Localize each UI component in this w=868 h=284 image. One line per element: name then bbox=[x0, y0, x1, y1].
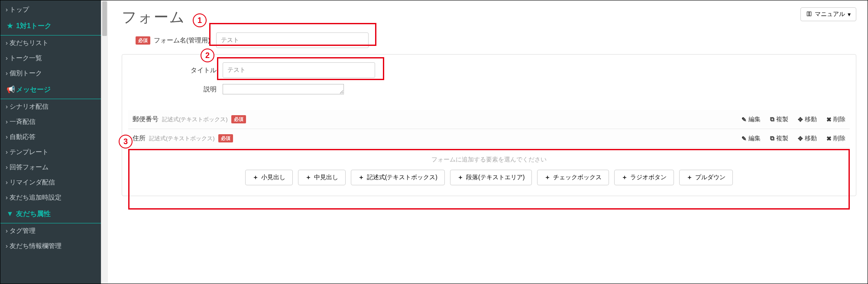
plus-icon: ＋ bbox=[253, 174, 259, 181]
plus-icon: ＋ bbox=[622, 174, 628, 181]
field-title: 住所 bbox=[133, 134, 146, 142]
delete-label: 削除 bbox=[833, 135, 845, 142]
caret-down-icon: ▾ bbox=[848, 11, 851, 18]
description-label: 説明 bbox=[204, 85, 217, 94]
add-btn-label: 中見出し bbox=[314, 174, 338, 181]
sidebar-item-autoreply[interactable]: 自動応答 bbox=[0, 129, 101, 145]
add-btn-label: ラジオボタン bbox=[630, 174, 667, 181]
add-prompt: フォームに追加する要素を選んでください bbox=[133, 156, 845, 164]
copy-icon: ⧉ bbox=[770, 135, 774, 142]
sidebar-group-label: メッセージ bbox=[16, 86, 51, 93]
move-icon: ✥ bbox=[798, 135, 803, 142]
move-button[interactable]: ✥移動 bbox=[798, 135, 817, 142]
move-label: 移動 bbox=[805, 135, 817, 142]
field-subtype: 記述式(テキストボックス) bbox=[149, 135, 215, 142]
scrollbar-thumb[interactable] bbox=[102, 1, 107, 36]
plus-icon: ＋ bbox=[687, 174, 693, 181]
sidebar-item-friendinfo[interactable]: 友だち情報欄管理 bbox=[0, 239, 101, 254]
sidebar-group-message[interactable]: 📢メッセージ bbox=[0, 81, 101, 99]
required-badge: 必須 bbox=[231, 115, 246, 123]
delete-button[interactable]: ✖削除 bbox=[826, 116, 845, 123]
page-title: フォーム bbox=[122, 7, 856, 27]
add-subheading-button[interactable]: ＋小見出し bbox=[245, 170, 293, 185]
title-input[interactable] bbox=[223, 62, 375, 78]
add-textbox-button[interactable]: ＋記述式(テキストボックス) bbox=[351, 170, 445, 185]
field-row-address: 住所 記述式(テキストボックス) 必須 ✎編集 ⧉複製 ✥移動 ✖削除 bbox=[128, 129, 850, 148]
field-subtype: 記述式(テキストボックス) bbox=[162, 116, 228, 123]
sidebar-group-talk[interactable]: ★1対1トーク bbox=[0, 17, 101, 36]
sidebar-item-individual[interactable]: 個別トーク bbox=[0, 66, 101, 81]
add-radio-button[interactable]: ＋ラジオボタン bbox=[614, 170, 674, 185]
copy-label: 複製 bbox=[776, 135, 788, 142]
add-btn-label: チェックボックス bbox=[553, 174, 602, 181]
megaphone-icon: 📢 bbox=[6, 85, 13, 94]
plus-icon: ＋ bbox=[544, 174, 551, 181]
annotation-circle-2: 2 bbox=[201, 48, 214, 62]
delete-button[interactable]: ✖削除 bbox=[826, 135, 845, 142]
required-badge: 必須 bbox=[218, 134, 233, 142]
sidebar-group-attributes[interactable]: ▼友だち属性 bbox=[0, 205, 101, 223]
add-textarea-button[interactable]: ＋段落(テキストエリア) bbox=[450, 170, 532, 185]
move-icon: ✥ bbox=[798, 116, 803, 123]
field-row-postal: 郵便番号 記述式(テキストボックス) 必須 ✎編集 ⧉複製 ✥移動 ✖削除 bbox=[128, 110, 850, 129]
required-badge: 必須 bbox=[136, 36, 150, 45]
sidebar-item-top[interactable]: トップ bbox=[0, 2, 101, 17]
star-icon: ★ bbox=[6, 22, 13, 30]
copy-button[interactable]: ⧉複製 bbox=[770, 135, 788, 142]
add-element-section: フォームに追加する要素を選んでください ＋小見出し ＋中見出し ＋記述式(テキス… bbox=[128, 148, 850, 190]
edit-label: 編集 bbox=[748, 116, 761, 123]
sidebar-item-scenario[interactable]: シナリオ配信 bbox=[0, 99, 101, 114]
sidebar-item-tags[interactable]: タグ管理 bbox=[0, 223, 101, 239]
plus-icon: ＋ bbox=[358, 174, 364, 181]
pencil-icon: ✎ bbox=[742, 116, 747, 123]
edit-button[interactable]: ✎編集 bbox=[742, 116, 761, 123]
field-title: 郵便番号 bbox=[133, 115, 159, 123]
sidebar-item-template[interactable]: テンプレート bbox=[0, 145, 101, 160]
add-pulldown-button[interactable]: ＋プルダウン bbox=[679, 170, 733, 185]
form-name-input[interactable] bbox=[216, 32, 369, 48]
add-checkbox-button[interactable]: ＋チェックボックス bbox=[537, 170, 609, 185]
copy-button[interactable]: ⧉複製 bbox=[770, 116, 788, 123]
close-icon: ✖ bbox=[826, 116, 832, 123]
add-btn-label: プルダウン bbox=[695, 174, 725, 181]
add-btn-label: 段落(テキストエリア) bbox=[466, 174, 525, 181]
description-input[interactable] bbox=[223, 84, 344, 94]
move-label: 移動 bbox=[805, 116, 817, 123]
sidebar-item-talklist[interactable]: トーク一覧 bbox=[0, 51, 101, 66]
copy-icon: ⧉ bbox=[770, 116, 774, 123]
filter-icon: ▼ bbox=[6, 210, 13, 218]
manual-button[interactable]: マニュアル ▾ bbox=[800, 7, 856, 21]
add-btn-label: 小見出し bbox=[261, 174, 285, 181]
sidebar-item-friendlist[interactable]: 友だちリスト bbox=[0, 36, 101, 51]
close-icon: ✖ bbox=[826, 135, 832, 142]
edit-button[interactable]: ✎編集 bbox=[742, 135, 761, 142]
sidebar-item-friendadd[interactable]: 友だち追加時設定 bbox=[0, 190, 101, 205]
copy-label: 複製 bbox=[776, 116, 788, 123]
manual-label: マニュアル bbox=[815, 10, 845, 18]
sidebar-group-label: 友だち属性 bbox=[16, 210, 51, 217]
sidebar-group-label: 1対1トーク bbox=[16, 22, 52, 29]
add-btn-label: 記述式(テキストボックス) bbox=[367, 174, 437, 181]
pencil-icon: ✎ bbox=[742, 135, 747, 142]
edit-label: 編集 bbox=[748, 135, 761, 142]
add-midheading-button[interactable]: ＋中見出し bbox=[298, 170, 346, 185]
plus-icon: ＋ bbox=[457, 174, 463, 181]
move-button[interactable]: ✥移動 bbox=[798, 116, 817, 123]
main-content: フォーム マニュアル ▾ 1 必須 フォーム名(管理用) 2 bbox=[108, 0, 868, 284]
book-icon bbox=[806, 11, 812, 18]
form-panel: 2 タイトル 説明 郵便番号 記述式(テキストボックス) bbox=[122, 54, 856, 196]
title-label: タイトル bbox=[191, 66, 217, 74]
plus-icon: ＋ bbox=[305, 174, 311, 181]
sidebar-item-broadcast[interactable]: 一斉配信 bbox=[0, 114, 101, 129]
form-name-label: フォーム名(管理用) bbox=[154, 36, 210, 45]
scrollbar[interactable] bbox=[101, 0, 108, 284]
delete-label: 削除 bbox=[833, 116, 845, 123]
sidebar-item-reminder[interactable]: リマインダ配信 bbox=[0, 175, 101, 190]
sidebar: トップ ★1対1トーク 友だちリスト トーク一覧 個別トーク 📢メッセージ シナ… bbox=[0, 0, 101, 284]
sidebar-item-answerform[interactable]: 回答フォーム bbox=[0, 160, 101, 175]
